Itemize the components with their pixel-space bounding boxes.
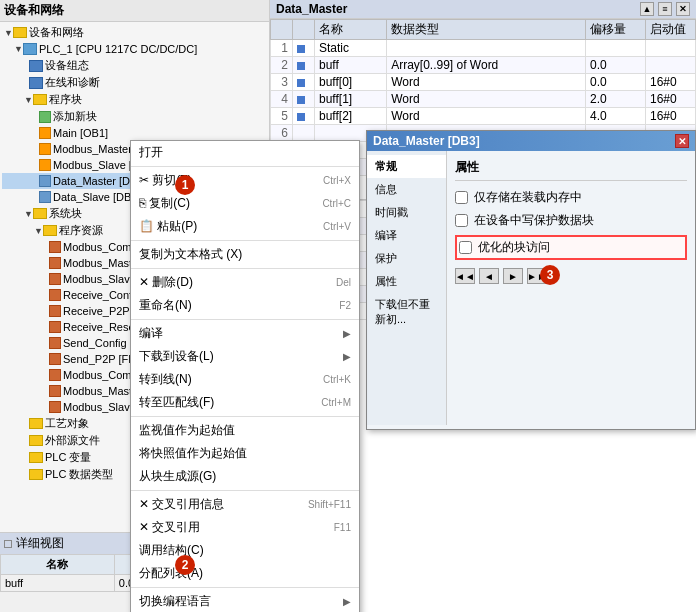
- menu-label: 重命名(N): [139, 297, 192, 314]
- menu-item---[interactable]: 打开: [131, 141, 359, 164]
- menu-shortcut: F2: [339, 300, 351, 311]
- checkboxes-area: 仅存储在装载内存中在设备中写保护数据块优化的块访问: [455, 189, 687, 260]
- submenu-arrow: ▶: [343, 351, 351, 362]
- menu-item----------x-[interactable]: 复制为文本格式 (X): [131, 243, 359, 266]
- context-menu[interactable]: 打开✂ 剪切(T)Ctrl+X⎘ 复制(C)Ctrl+C📋 粘贴(P)Ctrl+…: [130, 140, 360, 612]
- row-num: 4: [271, 91, 293, 108]
- detail-cell-name: buff: [1, 575, 115, 592]
- checkbox-row-2: 优化的块访问: [455, 235, 687, 260]
- properties-dialog: Data_Master [DB3] ✕ 常规信息时间戳编译保护属性下载但不重新初…: [366, 130, 696, 430]
- checkbox-0[interactable]: [455, 191, 468, 204]
- data-table-title: Data_Master: [276, 2, 347, 16]
- col-num: [271, 20, 293, 40]
- menu-separator: [131, 416, 359, 417]
- tree-item-prog-blocks[interactable]: ▼ 程序块: [2, 91, 267, 108]
- menu-item----------[interactable]: 将快照值作为起始值: [131, 442, 359, 465]
- dialog-sidebar-item---[interactable]: 常规: [367, 155, 446, 178]
- row-icon: [293, 125, 315, 142]
- menu-item-----n-[interactable]: 转到线(N)Ctrl+K: [131, 368, 359, 391]
- menu-shortcut: Ctrl+X: [323, 175, 351, 186]
- row-offset: 0.0: [586, 57, 646, 74]
- dialog-sidebar-item---[interactable]: 信息: [367, 178, 446, 201]
- tree-item-online-diag[interactable]: 在线和诊断: [2, 74, 267, 91]
- nav-btn-1[interactable]: ◄: [479, 268, 499, 284]
- ctrl-menu-btn[interactable]: ≡: [658, 2, 672, 16]
- menu-item------c-[interactable]: 调用结构(C): [131, 539, 359, 562]
- data-table-header: Data_Master ▲ ≡ ✕: [270, 0, 696, 19]
- dialog-sidebar: 常规信息时间戳编译保护属性下载但不重新初...: [367, 151, 447, 425]
- menu-label: 从块生成源(G): [139, 468, 216, 485]
- menu-item---[interactable]: 编译▶: [131, 322, 359, 345]
- left-panel-title: 设备和网络: [4, 3, 64, 17]
- dialog-close-button[interactable]: ✕: [675, 134, 689, 148]
- menu-item-------[interactable]: 切换编程语言▶: [131, 590, 359, 612]
- table-row[interactable]: 3buff[0]Word0.016#0: [271, 74, 696, 91]
- menu-item---------[interactable]: 监视值作为起始值: [131, 419, 359, 442]
- tree-item-devices[interactable]: ▼ 设备和网络: [2, 24, 267, 41]
- row-offset: 4.0: [586, 108, 646, 125]
- menu-item-------[interactable]: ✕ 交叉引用信息Shift+F11: [131, 493, 359, 516]
- row-num: 6: [271, 125, 293, 142]
- menu-label: 切换编程语言: [139, 593, 211, 610]
- row-name: Static: [315, 40, 387, 57]
- checkbox-2[interactable]: [459, 241, 472, 254]
- menu-item------a-[interactable]: 分配列表(A): [131, 562, 359, 585]
- table-row[interactable]: 5buff[2]Word4.016#0: [271, 108, 696, 125]
- nav-btn-0[interactable]: ◄◄: [455, 268, 475, 284]
- menu-label: 编译: [139, 325, 163, 342]
- col-icons: [293, 20, 315, 40]
- table-row[interactable]: 2buffArray[0..99] of Word0.0: [271, 57, 696, 74]
- detail-col-name: 名称: [1, 555, 115, 575]
- ctrl-expand-btn[interactable]: ▲: [640, 2, 654, 16]
- checkbox-label-1: 在设备中写保护数据块: [474, 212, 594, 229]
- menu-separator: [131, 319, 359, 320]
- row-start: 16#0: [646, 74, 696, 91]
- row-name: buff[0]: [315, 74, 387, 91]
- row-num: 3: [271, 74, 293, 91]
- menu-item-------f-[interactable]: 转至匹配线(F)Ctrl+M: [131, 391, 359, 414]
- menu-separator: [131, 268, 359, 269]
- props-content-title: 属性: [455, 159, 687, 181]
- dialog-sidebar-item---[interactable]: 保护: [367, 247, 446, 270]
- dialog-sidebar-item----[interactable]: 时间戳: [367, 201, 446, 224]
- dialog-sidebar-item---[interactable]: 编译: [367, 224, 446, 247]
- checkbox-row-0: 仅存储在装载内存中: [455, 189, 687, 206]
- menu-label: 下载到设备(L): [139, 348, 214, 365]
- row-name: buff: [315, 57, 387, 74]
- row-icon: [293, 40, 315, 57]
- menu-item----p-[interactable]: 📋 粘贴(P)Ctrl+V: [131, 215, 359, 238]
- table-row[interactable]: 1Static: [271, 40, 696, 57]
- tree-item-plc1[interactable]: ▼ PLC_1 [CPU 1217C DC/DC/DC]: [2, 41, 267, 57]
- row-name: buff[1]: [315, 91, 387, 108]
- row-start: [646, 57, 696, 74]
- menu-separator: [131, 587, 359, 588]
- submenu-arrow: ▶: [343, 596, 351, 607]
- nav-btn-2[interactable]: ►: [503, 268, 523, 284]
- marker-2: 2: [175, 555, 195, 575]
- menu-item-----n-[interactable]: 重命名(N)F2: [131, 294, 359, 317]
- tree-item-main-ob1[interactable]: Main [OB1]: [2, 125, 267, 141]
- row-num: 5: [271, 108, 293, 125]
- marker-3: 3: [540, 265, 560, 285]
- row-start: 16#0: [646, 108, 696, 125]
- ctrl-close-btn[interactable]: ✕: [676, 2, 690, 16]
- menu-item-----[interactable]: ✕ 交叉引用F11: [131, 516, 359, 539]
- tree-item-device-config[interactable]: 设备组态: [2, 57, 267, 74]
- menu-item----d-[interactable]: ✕ 删除(D)Del: [131, 271, 359, 294]
- menu-separator: [131, 166, 359, 167]
- menu-item-------l-[interactable]: 下载到设备(L)▶: [131, 345, 359, 368]
- menu-item-------g-[interactable]: 从块生成源(G): [131, 465, 359, 488]
- menu-label: ✕ 交叉引用信息: [139, 496, 224, 513]
- menu-item----t-[interactable]: ✂ 剪切(T)Ctrl+X: [131, 169, 359, 192]
- dialog-sidebar-item-----------[interactable]: 下载但不重新初...: [367, 293, 446, 331]
- tree-item-add-block[interactable]: 添加新块: [2, 108, 267, 125]
- nav-row: ◄◄◄►►►: [455, 268, 687, 284]
- row-num: 2: [271, 57, 293, 74]
- menu-item----c-[interactable]: ⎘ 复制(C)Ctrl+C: [131, 192, 359, 215]
- dialog-sidebar-item---[interactable]: 属性: [367, 270, 446, 293]
- checkbox-1[interactable]: [455, 214, 468, 227]
- menu-label: ✕ 删除(D): [139, 274, 193, 291]
- col-start: 启动值: [646, 20, 696, 40]
- dialog-content: 属性 仅存储在装载内存中在设备中写保护数据块优化的块访问 ◄◄◄►►►: [447, 151, 695, 425]
- table-row[interactable]: 4buff[1]Word2.016#0: [271, 91, 696, 108]
